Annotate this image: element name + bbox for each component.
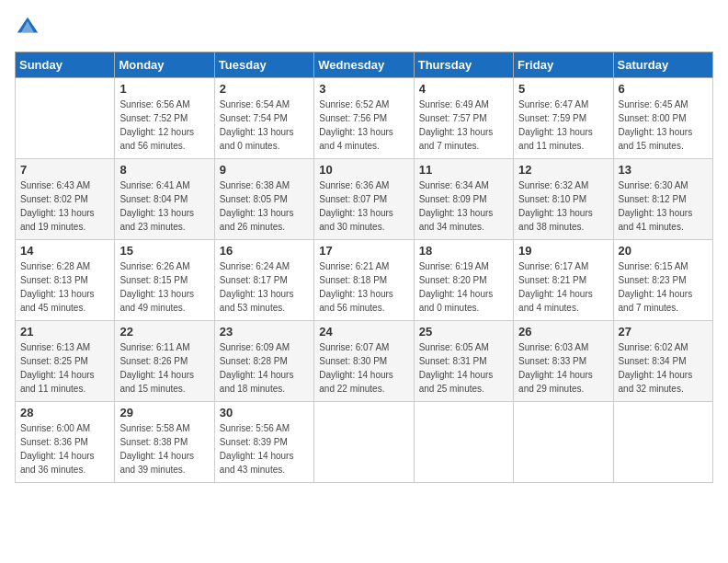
day-detail: Sunrise: 6:11 AMSunset: 8:26 PMDaylight:…	[119, 340, 209, 396]
calendar-cell: 8Sunrise: 6:41 AMSunset: 8:04 PMDaylight…	[115, 159, 214, 240]
calendar-cell: 12Sunrise: 6:32 AMSunset: 8:10 PMDayligh…	[514, 159, 613, 240]
calendar-cell: 2Sunrise: 6:54 AMSunset: 7:54 PMDaylight…	[214, 78, 313, 159]
day-number: 20	[619, 244, 708, 258]
day-detail: Sunrise: 6:45 AMSunset: 8:00 PMDaylight:…	[619, 98, 708, 153]
day-number: 29	[119, 406, 209, 419]
calendar-cell: 26Sunrise: 6:03 AMSunset: 8:33 PMDayligh…	[514, 321, 613, 402]
day-detail: Sunrise: 6:19 AMSunset: 8:20 PMDaylight:…	[419, 259, 508, 315]
day-detail: Sunrise: 6:00 AMSunset: 8:36 PMDaylight:…	[20, 421, 109, 477]
calendar-cell: 11Sunrise: 6:34 AMSunset: 8:09 PMDayligh…	[414, 159, 513, 240]
day-number: 7	[20, 163, 109, 177]
calendar-cell: 19Sunrise: 6:17 AMSunset: 8:21 PMDayligh…	[514, 240, 613, 321]
day-number: 4	[419, 82, 508, 96]
calendar-cell: 4Sunrise: 6:49 AMSunset: 7:57 PMDaylight…	[414, 78, 513, 159]
day-number: 15	[119, 244, 209, 258]
day-detail: Sunrise: 6:38 AMSunset: 8:05 PMDaylight:…	[220, 178, 309, 234]
header-thursday: Thursday	[414, 52, 513, 78]
calendar-cell: 1Sunrise: 6:56 AMSunset: 7:52 PMDaylight…	[115, 78, 214, 159]
day-number: 1	[119, 82, 209, 96]
day-detail: Sunrise: 6:17 AMSunset: 8:21 PMDaylight:…	[518, 259, 608, 315]
day-number: 16	[220, 244, 309, 258]
calendar-cell	[613, 402, 712, 483]
calendar-cell: 14Sunrise: 6:28 AMSunset: 8:13 PMDayligh…	[16, 240, 115, 321]
day-number: 14	[20, 244, 109, 258]
logo-icon	[15, 15, 40, 40]
calendar-cell: 25Sunrise: 6:05 AMSunset: 8:31 PMDayligh…	[414, 321, 513, 402]
day-detail: Sunrise: 6:43 AMSunset: 8:02 PMDaylight:…	[20, 178, 109, 234]
day-detail: Sunrise: 6:28 AMSunset: 8:13 PMDaylight:…	[20, 259, 109, 315]
calendar-table: SundayMondayTuesdayWednesdayThursdayFrid…	[15, 52, 713, 483]
day-number: 2	[220, 82, 309, 96]
day-detail: Sunrise: 6:21 AMSunset: 8:18 PMDaylight:…	[319, 259, 408, 315]
day-number: 30	[220, 406, 309, 419]
calendar-cell	[16, 78, 115, 159]
day-detail: Sunrise: 6:32 AMSunset: 8:10 PMDaylight:…	[518, 178, 608, 234]
day-detail: Sunrise: 6:09 AMSunset: 8:28 PMDaylight:…	[220, 340, 309, 396]
calendar-cell: 5Sunrise: 6:47 AMSunset: 7:59 PMDaylight…	[514, 78, 613, 159]
calendar-cell: 13Sunrise: 6:30 AMSunset: 8:12 PMDayligh…	[613, 159, 712, 240]
calendar-cell: 15Sunrise: 6:26 AMSunset: 8:15 PMDayligh…	[115, 240, 214, 321]
calendar-cell: 23Sunrise: 6:09 AMSunset: 8:28 PMDayligh…	[214, 321, 313, 402]
day-number: 21	[20, 325, 109, 339]
calendar-cell: 17Sunrise: 6:21 AMSunset: 8:18 PMDayligh…	[314, 240, 414, 321]
day-detail: Sunrise: 6:47 AMSunset: 7:59 PMDaylight:…	[518, 98, 608, 153]
day-detail: Sunrise: 5:56 AMSunset: 8:39 PMDaylight:…	[220, 421, 309, 477]
day-number: 27	[619, 325, 708, 339]
day-detail: Sunrise: 6:15 AMSunset: 8:23 PMDaylight:…	[619, 259, 708, 315]
day-number: 17	[319, 244, 408, 258]
week-row-1: 1Sunrise: 6:56 AMSunset: 7:52 PMDaylight…	[16, 78, 713, 159]
day-number: 3	[319, 82, 408, 96]
day-detail: Sunrise: 6:30 AMSunset: 8:12 PMDaylight:…	[619, 178, 708, 234]
day-detail: Sunrise: 6:41 AMSunset: 8:04 PMDaylight:…	[119, 178, 209, 234]
calendar-cell: 29Sunrise: 5:58 AMSunset: 8:38 PMDayligh…	[115, 402, 214, 483]
day-number: 12	[518, 163, 608, 177]
day-number: 13	[619, 163, 708, 177]
day-detail: Sunrise: 6:49 AMSunset: 7:57 PMDaylight:…	[419, 98, 508, 153]
day-number: 5	[518, 82, 608, 96]
day-number: 10	[319, 163, 408, 177]
day-detail: Sunrise: 6:54 AMSunset: 7:54 PMDaylight:…	[220, 98, 309, 153]
header-tuesday: Tuesday	[214, 52, 313, 78]
week-row-5: 28Sunrise: 6:00 AMSunset: 8:36 PMDayligh…	[16, 402, 713, 483]
day-number: 24	[319, 325, 408, 339]
day-number: 18	[419, 244, 508, 258]
day-number: 8	[119, 163, 209, 177]
calendar-cell: 20Sunrise: 6:15 AMSunset: 8:23 PMDayligh…	[613, 240, 712, 321]
calendar-cell	[414, 402, 513, 483]
day-detail: Sunrise: 6:05 AMSunset: 8:31 PMDaylight:…	[419, 340, 508, 396]
day-number: 23	[220, 325, 309, 339]
week-row-2: 7Sunrise: 6:43 AMSunset: 8:02 PMDaylight…	[16, 159, 713, 240]
calendar-cell: 30Sunrise: 5:56 AMSunset: 8:39 PMDayligh…	[214, 402, 313, 483]
day-number: 19	[518, 244, 608, 258]
calendar-cell	[314, 402, 414, 483]
calendar-cell: 7Sunrise: 6:43 AMSunset: 8:02 PMDaylight…	[16, 159, 115, 240]
logo	[15, 15, 44, 40]
day-number: 22	[119, 325, 209, 339]
day-detail: Sunrise: 6:36 AMSunset: 8:07 PMDaylight:…	[319, 178, 408, 234]
page-header	[15, 15, 713, 40]
header-monday: Monday	[115, 52, 214, 78]
day-detail: Sunrise: 6:26 AMSunset: 8:15 PMDaylight:…	[119, 259, 209, 315]
day-number: 9	[220, 163, 309, 177]
calendar-cell: 9Sunrise: 6:38 AMSunset: 8:05 PMDaylight…	[214, 159, 313, 240]
day-detail: Sunrise: 6:56 AMSunset: 7:52 PMDaylight:…	[119, 98, 209, 153]
day-detail: Sunrise: 6:03 AMSunset: 8:33 PMDaylight:…	[518, 340, 608, 396]
calendar-cell: 18Sunrise: 6:19 AMSunset: 8:20 PMDayligh…	[414, 240, 513, 321]
week-row-3: 14Sunrise: 6:28 AMSunset: 8:13 PMDayligh…	[16, 240, 713, 321]
week-row-4: 21Sunrise: 6:13 AMSunset: 8:25 PMDayligh…	[16, 321, 713, 402]
day-number: 28	[20, 406, 109, 419]
calendar-cell: 16Sunrise: 6:24 AMSunset: 8:17 PMDayligh…	[214, 240, 313, 321]
day-detail: Sunrise: 6:24 AMSunset: 8:17 PMDaylight:…	[220, 259, 309, 315]
header-wednesday: Wednesday	[314, 52, 414, 78]
calendar-cell: 27Sunrise: 6:02 AMSunset: 8:34 PMDayligh…	[613, 321, 712, 402]
day-detail: Sunrise: 6:52 AMSunset: 7:56 PMDaylight:…	[319, 98, 408, 153]
calendar-cell: 10Sunrise: 6:36 AMSunset: 8:07 PMDayligh…	[314, 159, 414, 240]
calendar-cell: 6Sunrise: 6:45 AMSunset: 8:00 PMDaylight…	[613, 78, 712, 159]
day-number: 26	[518, 325, 608, 339]
calendar-cell: 3Sunrise: 6:52 AMSunset: 7:56 PMDaylight…	[314, 78, 414, 159]
calendar-cell: 24Sunrise: 6:07 AMSunset: 8:30 PMDayligh…	[314, 321, 414, 402]
day-number: 11	[419, 163, 508, 177]
day-number: 6	[619, 82, 708, 96]
header-friday: Friday	[514, 52, 613, 78]
day-number: 25	[419, 325, 508, 339]
